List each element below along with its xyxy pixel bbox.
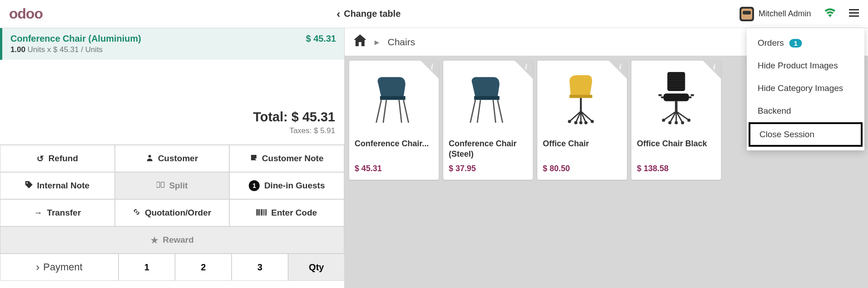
product-price: $ 80.50 bbox=[543, 164, 621, 173]
info-icon[interactable] bbox=[609, 61, 627, 79]
avatar bbox=[740, 7, 754, 21]
svg-rect-21 bbox=[474, 96, 499, 100]
payment-button[interactable]: › Payment bbox=[0, 254, 119, 281]
product-name: Conference Chair (Steel) bbox=[449, 139, 527, 160]
svg-line-20 bbox=[399, 100, 402, 123]
menu-close-session[interactable]: Close Session bbox=[749, 122, 863, 147]
svg-point-53 bbox=[681, 121, 684, 125]
svg-rect-13 bbox=[263, 209, 264, 216]
svg-line-19 bbox=[383, 100, 386, 123]
svg-point-37 bbox=[579, 121, 583, 125]
tag-icon bbox=[25, 181, 33, 191]
menu-hide-category-images[interactable]: Hide Category Images bbox=[747, 77, 864, 100]
chevron-left-icon: ‹ bbox=[337, 8, 340, 20]
order-line-price: $ 45.31 bbox=[306, 34, 336, 54]
link-icon bbox=[133, 208, 140, 218]
internal-note-button[interactable]: Internal Note bbox=[0, 172, 115, 199]
svg-rect-15 bbox=[266, 209, 266, 216]
svg-rect-16 bbox=[380, 96, 405, 100]
order-total: Total: $ 45.31 bbox=[9, 110, 335, 125]
svg-rect-14 bbox=[264, 209, 265, 216]
product-card[interactable]: Office Chair $ 80.50 bbox=[537, 61, 627, 180]
svg-point-36 bbox=[584, 121, 588, 125]
split-button[interactable]: Split bbox=[115, 172, 230, 199]
info-icon[interactable] bbox=[421, 61, 439, 79]
orders-badge: 1 bbox=[789, 39, 802, 48]
product-card[interactable]: Office Chair Black $ 138.58 bbox=[631, 61, 721, 180]
svg-rect-0 bbox=[849, 9, 859, 10]
quotation-button[interactable]: Quotation/Order bbox=[115, 199, 230, 226]
svg-rect-1 bbox=[849, 12, 859, 14]
numpad-2[interactable]: 2 bbox=[175, 254, 232, 281]
enter-code-button[interactable]: Enter Code bbox=[229, 199, 344, 226]
svg-rect-38 bbox=[667, 72, 685, 91]
svg-line-18 bbox=[403, 100, 408, 123]
breadcrumb-separator: ▸ bbox=[375, 37, 379, 48]
product-price: $ 45.31 bbox=[355, 164, 433, 173]
arrow-right-icon: → bbox=[34, 208, 43, 218]
svg-line-23 bbox=[498, 100, 503, 123]
menu-backend[interactable]: Backend bbox=[747, 100, 864, 122]
guests-button[interactable]: 1 Dine-in Guests bbox=[229, 172, 344, 199]
left-panel: Conference Chair (Aluminium) 1.00 Units … bbox=[0, 28, 345, 288]
customer-button[interactable]: Customer bbox=[115, 145, 230, 172]
menu-hide-product-images[interactable]: Hide Product Images bbox=[747, 54, 864, 77]
product-price: $ 138.58 bbox=[637, 164, 716, 173]
dropdown-menu: Orders 1 Hide Product Images Hide Catego… bbox=[747, 28, 864, 150]
numpad-3[interactable]: 3 bbox=[232, 254, 288, 281]
guest-count-badge: 1 bbox=[249, 180, 260, 191]
refund-icon: ↺ bbox=[37, 154, 44, 164]
svg-rect-2 bbox=[849, 15, 859, 17]
wifi-icon bbox=[825, 8, 835, 20]
svg-line-17 bbox=[376, 100, 381, 123]
product-card[interactable]: Conference Chair (Steel) $ 37.95 bbox=[443, 61, 533, 180]
svg-point-54 bbox=[675, 121, 678, 125]
svg-rect-12 bbox=[261, 209, 262, 216]
order-line[interactable]: Conference Chair (Aluminium) 1.00 Units … bbox=[0, 28, 344, 60]
star-icon: ★ bbox=[151, 235, 158, 245]
svg-line-22 bbox=[470, 100, 475, 123]
user-menu-button[interactable]: Mitchell Admin bbox=[740, 7, 811, 21]
product-name: Office Chair bbox=[543, 139, 621, 160]
svg-rect-7 bbox=[161, 182, 164, 187]
user-name: Mitchell Admin bbox=[759, 9, 811, 19]
home-icon[interactable] bbox=[354, 34, 366, 49]
svg-line-25 bbox=[493, 100, 496, 123]
svg-rect-10 bbox=[259, 209, 260, 216]
breadcrumb-category: Chairs bbox=[388, 37, 415, 48]
svg-rect-9 bbox=[258, 209, 258, 216]
hamburger-menu-button[interactable] bbox=[849, 9, 859, 19]
svg-rect-8 bbox=[256, 209, 257, 216]
svg-rect-39 bbox=[664, 94, 689, 101]
change-table-button[interactable]: ‹ Change table bbox=[337, 8, 401, 20]
info-icon[interactable] bbox=[703, 61, 721, 79]
customer-note-button[interactable]: Customer Note bbox=[229, 145, 344, 172]
product-card[interactable]: Conference Chair... $ 45.31 bbox=[349, 61, 439, 180]
reward-button[interactable]: ★ Reward bbox=[0, 226, 344, 254]
order-line-qty: 1.00 Units x $ 45.31 / Units bbox=[10, 45, 141, 54]
svg-rect-11 bbox=[261, 209, 261, 216]
info-icon[interactable] bbox=[515, 61, 533, 79]
change-table-label: Change table bbox=[344, 9, 401, 19]
svg-point-51 bbox=[688, 119, 691, 122]
product-name: Conference Chair... bbox=[355, 139, 433, 160]
svg-rect-43 bbox=[691, 94, 694, 96]
refund-button[interactable]: ↺ Refund bbox=[0, 145, 115, 172]
numpad-qty[interactable]: Qty bbox=[288, 254, 345, 281]
svg-point-50 bbox=[662, 119, 665, 122]
logo: odoo bbox=[9, 5, 43, 22]
svg-point-33 bbox=[568, 120, 571, 123]
menu-orders[interactable]: Orders 1 bbox=[747, 32, 864, 54]
svg-point-3 bbox=[148, 155, 151, 158]
numpad-1[interactable]: 1 bbox=[119, 254, 175, 281]
note-icon bbox=[250, 154, 257, 163]
user-icon bbox=[146, 154, 153, 163]
barcode-icon bbox=[256, 208, 266, 218]
product-price: $ 37.95 bbox=[449, 164, 527, 173]
transfer-button[interactable]: → Transfer bbox=[0, 199, 115, 226]
svg-rect-26 bbox=[569, 95, 592, 98]
order-line-name: Conference Chair (Aluminium) bbox=[10, 34, 141, 44]
svg-point-35 bbox=[574, 121, 578, 125]
chevron-right-icon: › bbox=[36, 261, 40, 274]
svg-point-34 bbox=[591, 120, 594, 123]
